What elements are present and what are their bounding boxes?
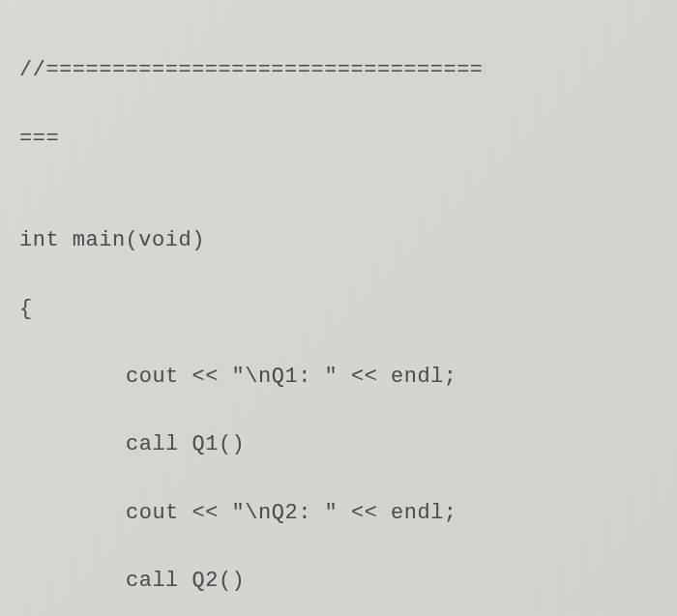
code-line-call-q2: call Q2() <box>19 564 677 598</box>
code-line-cout-q2: cout << "\nQ2: " << endl; <box>19 496 677 530</box>
code-line-open-brace: { <box>19 292 677 326</box>
code-block: //================================= === … <box>19 19 677 616</box>
code-line-main-signature: int main(void) <box>19 223 677 257</box>
code-line-comment-divider-cont: === <box>19 122 677 156</box>
code-line-comment-divider: //================================= <box>19 53 677 87</box>
code-line-call-q1: call Q1() <box>19 427 677 461</box>
code-line-cout-q1: cout << "\nQ1: " << endl; <box>19 360 677 394</box>
